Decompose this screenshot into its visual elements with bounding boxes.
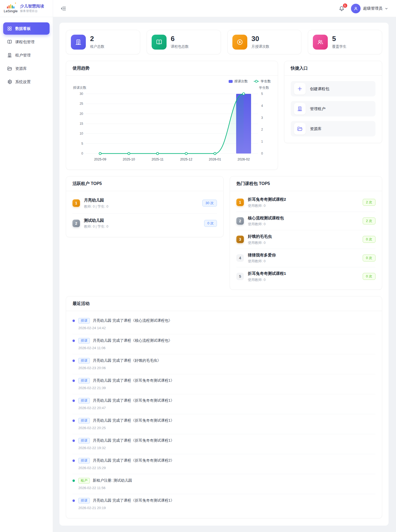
activity-text: 月亮幼儿园 完成了课程《折耳兔奇奇测试课程1》 — [93, 498, 174, 503]
activity-type-tag: 授课 — [78, 338, 90, 344]
activity-item: 授课 月亮幼儿园 完成了课程《折耳兔奇奇测试课程2》 2026-02-22 15… — [72, 454, 375, 474]
active-tenants-title: 活跃租户 TOP5 — [66, 176, 223, 191]
quick-entry-item-create-package[interactable]: 创建课程包 — [291, 81, 375, 96]
activity-text: 月亮幼儿园 完成了课程《折耳兔奇奇测试课程1》 — [93, 418, 174, 423]
sidebar-nav: 数据看板 课程包管理 租户管理 资源库 系统设置 — [0, 17, 53, 88]
logo-brand: LeSingle — [4, 9, 18, 13]
quick-entry-card: 快捷入口 创建课程包 管理租户 资源库 — [284, 61, 382, 143]
sidebar-item-settings[interactable]: 系统设置 — [3, 76, 50, 88]
activity-timestamp: 2026-02-22 19:32 — [78, 446, 375, 450]
package-row: 4 猜猜我有多爱你 使用教师: 0 0 次 — [236, 249, 375, 268]
svg-text:0: 0 — [81, 152, 83, 155]
building-icon — [297, 106, 303, 112]
usage-count-badge: 2 次 — [363, 217, 375, 224]
stat-label: 覆盖学生 — [332, 44, 346, 49]
activity-type-tag: 授课 — [78, 318, 90, 324]
activity-dot-icon — [72, 400, 75, 402]
collapse-menu-icon — [60, 6, 66, 11]
package-meta: 使用教师: 0 — [248, 259, 276, 264]
quick-entry-list: 创建课程包 管理租户 资源库 — [284, 76, 382, 143]
package-row: 2 核心流程测试课程包 使用教师: 0 2 次 — [236, 212, 375, 231]
logo-text: 少儿智慧阅读 服务管理后台 — [20, 4, 44, 13]
rank-badge: 3 — [236, 236, 244, 243]
usage-count-badge: 2 次 — [363, 199, 375, 206]
svg-text:5: 5 — [261, 92, 263, 96]
user-name[interactable]: 超级管理员 — [363, 6, 383, 11]
notifications-button[interactable]: 5 — [338, 5, 345, 12]
usage-count-badge: 30 次 — [202, 200, 217, 207]
recent-activity-title: 最近活动 — [66, 296, 382, 311]
svg-text:20: 20 — [80, 112, 83, 116]
package-meta: 使用教师: 0 — [248, 240, 272, 245]
package-row: 1 折耳兔奇奇测试课程2 使用教师: 0 2 次 — [236, 193, 375, 212]
package-name: 折耳兔奇奇测试课程2 — [248, 197, 286, 202]
user-icon — [353, 6, 358, 11]
activity-type-tag: 授课 — [78, 358, 90, 364]
rank-badge: 2 — [72, 220, 80, 227]
folder-icon — [7, 66, 12, 71]
sidebar-item-packages[interactable]: 课程包管理 — [3, 36, 50, 48]
activity-timestamp: 2026-02-22 21:39 — [78, 386, 375, 390]
package-row: 3 好饿的毛毛虫 使用教师: 0 0 次 — [236, 230, 375, 249]
activity-item: 授课 月亮幼儿园 完成了课程《核心流程测试课程包》 2026-02-24 14:… — [72, 314, 375, 334]
sidebar-item-tenants[interactable]: 租户管理 — [3, 49, 50, 61]
stat-card: 30 月授课次数 — [227, 30, 302, 54]
active-tenants-card: 活跃租户 TOP5 1 月亮幼儿园 教师: 0 | 学生: 0 30 次 — [66, 176, 224, 237]
chevron-down-icon[interactable] — [384, 6, 389, 11]
hot-packages-card: 热门课程包 TOP5 1 折耳兔奇奇测试课程2 使用教师: 0 2 次 — [230, 176, 382, 290]
sidebar-item-dashboard[interactable]: 数据看板 — [3, 22, 50, 35]
activity-timestamp: 2026-02-24 11:06 — [78, 346, 375, 350]
usage-count-badge: 0 次 — [363, 236, 375, 243]
svg-text:30: 30 — [80, 92, 83, 96]
activity-type-tag: 授课 — [78, 378, 90, 384]
sidebar-collapse-button[interactable] — [60, 5, 67, 12]
stat-label: 租户总数 — [90, 44, 104, 49]
activity-text: 月亮幼儿园 完成了课程《核心流程测试课程包》 — [93, 338, 172, 343]
svg-text:5: 5 — [81, 142, 83, 146]
svg-text:0: 0 — [261, 152, 263, 155]
legend-item-bar[interactable]: 授课次数 — [229, 79, 248, 84]
tenant-meta: 教师: 0 | 学生: 0 — [84, 204, 108, 209]
usage-count-badge: 0 次 — [204, 220, 217, 227]
stat-value: 2 — [90, 35, 104, 42]
activity-dot-icon — [72, 320, 75, 322]
activity-item: 授课 月亮幼儿园 完成了课程《折耳兔奇奇测试课程1》 2026-02-21 20… — [72, 494, 375, 514]
package-name: 猜猜我有多爱你 — [248, 252, 276, 258]
book-icon — [7, 39, 12, 45]
svg-text:15: 15 — [80, 122, 83, 126]
activity-dot-icon — [72, 360, 75, 362]
svg-text:1: 1 — [261, 140, 263, 143]
activity-text: 月亮幼儿园 完成了课程《核心流程测试课程包》 — [93, 318, 172, 323]
activity-type-tag: 授课 — [78, 498, 90, 503]
activity-timestamp: 2026-02-22 15:29 — [78, 466, 375, 470]
folder-icon — [297, 126, 303, 132]
quick-entry-item-resources[interactable]: 资源库 — [291, 121, 375, 136]
bar-swatch-icon — [229, 80, 233, 83]
logo-mark: ✦ LeSingle — [4, 4, 18, 13]
logo-bars-icon: ✦ — [7, 4, 14, 9]
activity-item: 授课 月亮幼儿园 完成了课程《折耳兔奇奇测试课程1》 2026-02-22 21… — [72, 374, 375, 394]
quick-entry-item-manage-tenants[interactable]: 管理租户 — [291, 101, 375, 116]
rank-badge: 4 — [236, 254, 244, 262]
avatar[interactable] — [351, 4, 361, 13]
activity-dot-icon — [72, 479, 75, 482]
hot-packages-title: 热门课程包 TOP5 — [230, 176, 382, 191]
activity-dot-icon — [72, 420, 75, 422]
stat-card: 2 租户总数 — [66, 30, 140, 54]
chart-legend: 授课次数 学生数 — [72, 78, 271, 85]
package-name: 折耳兔奇奇测试课程1 — [248, 271, 286, 276]
svg-text:授课次数: 授课次数 — [73, 86, 87, 90]
topbar-right: 5 超级管理员 — [338, 4, 389, 13]
recent-activity-list: 授课 月亮幼儿园 完成了课程《核心流程测试课程包》 2026-02-24 14:… — [66, 311, 382, 518]
legend-item-line[interactable]: 学生数 — [254, 79, 271, 84]
recent-activity-card: 最近活动 授课 月亮幼儿园 完成了课程《核心流程测试课程包》 2026-02-2… — [66, 296, 382, 518]
stat-value: 6 — [171, 35, 189, 42]
stat-value: 5 — [332, 35, 346, 42]
sidebar-item-resources[interactable]: 资源库 — [3, 62, 50, 75]
stat-cards: 2 租户总数 6 课程包总数 30 月授课次数 — [66, 30, 382, 54]
package-row: 5 折耳兔奇奇测试课程1 使用教师: 0 0 次 — [236, 267, 375, 286]
grid-icon — [7, 26, 12, 31]
package-meta: 使用教师: 0 — [248, 203, 286, 208]
stat-value: 30 — [252, 35, 270, 42]
building-icon — [75, 39, 82, 46]
